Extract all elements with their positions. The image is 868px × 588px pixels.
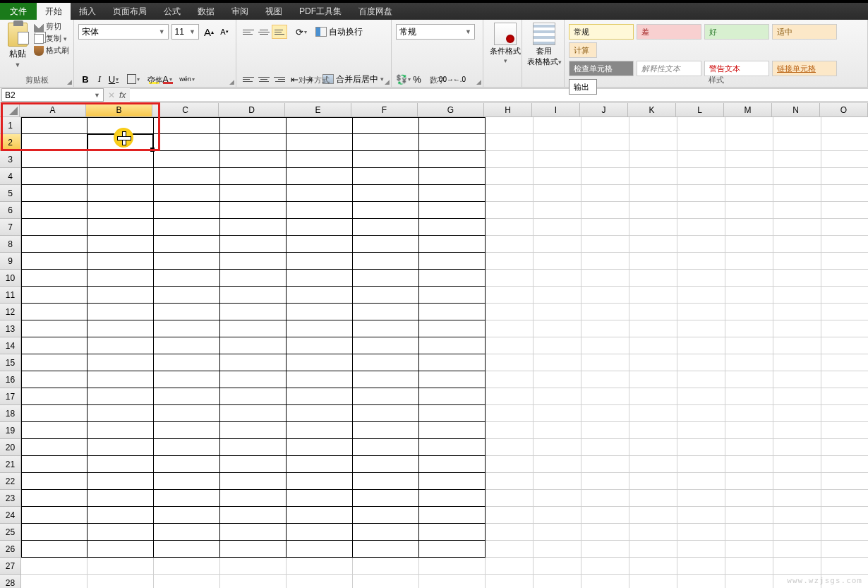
cell-J23[interactable]	[581, 490, 629, 507]
cell-D18[interactable]	[220, 405, 287, 422]
cell-D5[interactable]	[220, 185, 287, 202]
cell-C11[interactable]	[154, 287, 220, 304]
cell-G3[interactable]	[419, 151, 486, 168]
cell-D24[interactable]	[220, 507, 287, 524]
cell-H10[interactable]	[486, 270, 534, 287]
cell-M20[interactable]	[725, 439, 773, 456]
cell-L22[interactable]	[677, 473, 725, 490]
cell-A4[interactable]	[21, 168, 88, 185]
cell-L12[interactable]	[677, 304, 725, 320]
cell-H9[interactable]	[486, 253, 534, 270]
cell-L27[interactable]	[677, 558, 725, 575]
cell-E26[interactable]	[287, 541, 353, 558]
cell-H16[interactable]	[486, 371, 534, 388]
cell-B17[interactable]	[88, 388, 154, 405]
cell-J7[interactable]	[581, 219, 629, 236]
cell-F3[interactable]	[353, 151, 419, 168]
row-header-26[interactable]: 26	[0, 541, 21, 558]
cell-F6[interactable]	[353, 202, 419, 219]
cell-M17[interactable]	[725, 388, 773, 405]
cell-C2[interactable]	[154, 134, 220, 151]
cell-C16[interactable]	[154, 371, 220, 388]
cell-C27[interactable]	[154, 558, 220, 575]
cell-M6[interactable]	[725, 202, 773, 219]
cell-O22[interactable]	[821, 473, 868, 490]
cell-K13[interactable]	[629, 320, 677, 337]
cell-L13[interactable]	[677, 320, 725, 337]
style-neutral[interactable]: 适中	[772, 24, 837, 40]
cell-F25[interactable]	[353, 524, 419, 541]
cell-E17[interactable]	[287, 388, 353, 405]
cell-B19[interactable]	[88, 422, 154, 439]
cell-B15[interactable]	[88, 354, 154, 371]
cell-K4[interactable]	[629, 168, 677, 185]
cell-A8[interactable]	[21, 236, 88, 253]
cell-A13[interactable]	[21, 320, 88, 337]
cell-O4[interactable]	[821, 168, 868, 185]
cell-H20[interactable]	[486, 439, 534, 456]
cell-J6[interactable]	[581, 202, 629, 219]
row-header-27[interactable]: 27	[0, 558, 21, 575]
row-header-2[interactable]: 2	[0, 134, 21, 151]
cell-L10[interactable]	[677, 270, 725, 287]
cell-C13[interactable]	[154, 320, 220, 337]
align-top-button[interactable]	[241, 25, 256, 39]
cell-O21[interactable]	[821, 456, 868, 473]
cell-E4[interactable]	[287, 168, 353, 185]
cell-M16[interactable]	[725, 371, 773, 388]
cell-H11[interactable]	[486, 287, 534, 304]
cell-K1[interactable]	[629, 117, 677, 134]
cell-L4[interactable]	[677, 168, 725, 185]
cell-F14[interactable]	[353, 337, 419, 354]
cell-D22[interactable]	[220, 473, 287, 490]
cell-L28[interactable]	[677, 575, 725, 588]
cell-I25[interactable]	[534, 524, 581, 541]
row-header-20[interactable]: 20	[0, 439, 21, 456]
number-dialog-launcher[interactable]: ◢	[476, 78, 481, 85]
tab-layout[interactable]: 页面布局	[104, 3, 155, 20]
col-header-J[interactable]: J	[580, 103, 628, 117]
cell-D6[interactable]	[220, 202, 287, 219]
cell-D28[interactable]	[220, 575, 287, 588]
cell-B28[interactable]	[88, 575, 154, 588]
cell-I28[interactable]	[534, 575, 581, 588]
cell-E23[interactable]	[287, 490, 353, 507]
cell-N13[interactable]	[773, 320, 821, 337]
cell-J21[interactable]	[581, 456, 629, 473]
cell-J19[interactable]	[581, 422, 629, 439]
cell-H6[interactable]	[486, 202, 534, 219]
cell-G13[interactable]	[419, 320, 486, 337]
cell-D13[interactable]	[220, 320, 287, 337]
col-header-H[interactable]: H	[484, 103, 532, 117]
cell-K9[interactable]	[629, 253, 677, 270]
name-box[interactable]: B2▼	[1, 88, 104, 102]
cell-J28[interactable]	[581, 575, 629, 588]
cell-C15[interactable]	[154, 354, 220, 371]
cell-K3[interactable]	[629, 151, 677, 168]
cell-C1[interactable]	[154, 117, 220, 134]
cell-D3[interactable]	[220, 151, 287, 168]
cell-J8[interactable]	[581, 236, 629, 253]
cell-G18[interactable]	[419, 405, 486, 422]
cell-M1[interactable]	[725, 117, 773, 134]
cell-E1[interactable]	[287, 117, 353, 134]
cell-F17[interactable]	[353, 388, 419, 405]
cell-L17[interactable]	[677, 388, 725, 405]
row-header-24[interactable]: 24	[0, 507, 21, 524]
cell-E9[interactable]	[287, 253, 353, 270]
cell-O7[interactable]	[821, 219, 868, 236]
cell-O15[interactable]	[821, 354, 868, 371]
row-header-1[interactable]: 1	[0, 117, 21, 134]
cell-M21[interactable]	[725, 456, 773, 473]
cell-C18[interactable]	[154, 405, 220, 422]
cell-O12[interactable]	[821, 304, 868, 320]
cell-J11[interactable]	[581, 287, 629, 304]
col-header-K[interactable]: K	[628, 103, 676, 117]
cell-L24[interactable]	[677, 507, 725, 524]
cell-C24[interactable]	[154, 507, 220, 524]
cell-A11[interactable]	[21, 287, 88, 304]
cell-O17[interactable]	[821, 388, 868, 405]
align-middle-button[interactable]	[256, 25, 272, 39]
cell-O18[interactable]	[821, 405, 868, 422]
cell-G25[interactable]	[419, 524, 486, 541]
